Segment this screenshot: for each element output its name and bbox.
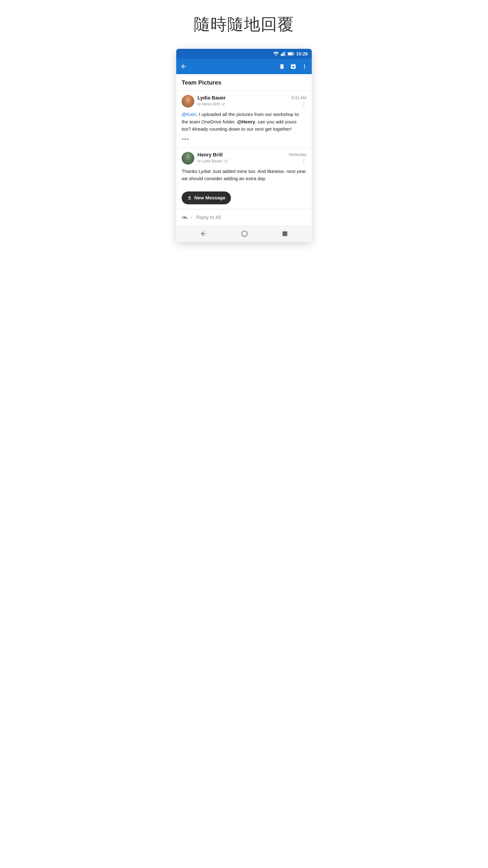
- email-time-lydia: 8:31 AM: [291, 96, 306, 100]
- mention-katri: @Katri: [182, 112, 196, 117]
- more-options-icon[interactable]: [301, 63, 308, 70]
- email-to-row-lydia: to Henry Brill +2 ⋮: [197, 101, 306, 107]
- email-time-henry: Yesterday: [289, 152, 306, 157]
- sender-name-lydia: Lydia Bauer: [197, 95, 226, 101]
- archive-icon[interactable]: [290, 63, 296, 70]
- svg-rect-2: [283, 52, 284, 56]
- nav-bar: [176, 225, 312, 242]
- email-more-lydia[interactable]: ⋮: [301, 101, 306, 107]
- thread-title-bar: Team Pictures: [176, 74, 312, 90]
- email-to-row-henry: to Lydia Bauer +2 ⋮: [197, 158, 306, 164]
- app-bar-left: [180, 63, 187, 70]
- avatar-lydia: [182, 95, 194, 107]
- svg-point-7: [242, 231, 247, 237]
- email-header-lydia: Lydia Bauer 8:31 AM to Henry Brill +2 ⋮: [182, 95, 306, 107]
- status-time: 10:28: [296, 51, 308, 57]
- email-to-henry: to Lydia Bauer +2: [197, 159, 228, 163]
- app-bar-right: [279, 63, 308, 70]
- new-message-label: New Message: [194, 194, 225, 202]
- henry-body-text: Thanks Lydia! Just added mine too. And l…: [182, 168, 306, 181]
- reply-to-all-icon[interactable]: [182, 214, 193, 221]
- svg-rect-8: [283, 231, 287, 236]
- svg-rect-3: [285, 52, 285, 56]
- email-header-henry: Henry Brill Yesterday to Lydia Bauer +2 …: [182, 152, 306, 164]
- status-bar: 10:28: [176, 49, 312, 59]
- email-meta-henry: Henry Brill Yesterday to Lydia Bauer +2 …: [197, 152, 306, 164]
- svg-rect-6: [288, 53, 293, 55]
- download-icon: [187, 195, 192, 200]
- page-title: 隨時隨地回覆: [194, 13, 294, 35]
- reply-all-icon: [182, 214, 188, 221]
- reply-bar: Reply to All: [176, 209, 312, 225]
- ellipsis-more[interactable]: •••: [182, 135, 306, 143]
- back-nav-button[interactable]: [200, 230, 207, 237]
- email-item-lydia: Lydia Bauer 8:31 AM to Henry Brill +2 ⋮ …: [176, 90, 312, 147]
- new-message-button[interactable]: New Message: [182, 191, 231, 204]
- status-icons: 10:28: [273, 51, 308, 57]
- battery-icon: [288, 52, 294, 56]
- signal-icon: [281, 52, 286, 56]
- mention-henry: @Henry: [237, 119, 255, 124]
- sender-row-lydia: Lydia Bauer 8:31 AM: [197, 95, 306, 101]
- thread-subject: Team Pictures: [182, 79, 306, 86]
- svg-rect-1: [282, 53, 283, 56]
- reply-to-all-text[interactable]: Reply to All: [196, 215, 221, 220]
- sender-name-henry: Henry Brill: [197, 152, 223, 158]
- email-body-henry: Thanks Lydia! Just added mine too. And l…: [182, 168, 306, 204]
- delete-icon[interactable]: [279, 63, 285, 70]
- email-body-lydia: @Katri, I uploaded all the pictures from…: [182, 111, 306, 133]
- email-to-lydia: to Henry Brill +2: [197, 102, 225, 106]
- email-item-henry: Henry Brill Yesterday to Lydia Bauer +2 …: [176, 147, 312, 209]
- email-more-henry[interactable]: ⋮: [301, 158, 306, 164]
- back-icon[interactable]: [180, 63, 187, 70]
- svg-rect-0: [281, 54, 282, 56]
- svg-rect-5: [293, 53, 294, 55]
- app-bar: [176, 59, 312, 74]
- recents-nav-button[interactable]: [282, 230, 288, 237]
- email-meta-lydia: Lydia Bauer 8:31 AM to Henry Brill +2 ⋮: [197, 95, 306, 107]
- home-nav-button[interactable]: [241, 230, 248, 237]
- sender-row-henry: Henry Brill Yesterday: [197, 152, 306, 158]
- phone-frame: 10:28 Team Pictures: [176, 49, 312, 242]
- wifi-icon: [273, 52, 279, 56]
- dropdown-icon: [189, 215, 193, 219]
- avatar-henry: [182, 152, 194, 164]
